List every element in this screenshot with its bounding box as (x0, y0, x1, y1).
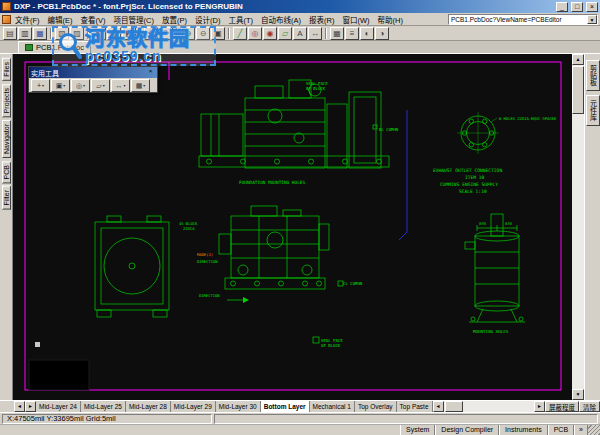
layer-tab-mid25[interactable]: Mid-Layer 25 (81, 401, 126, 412)
vertical-scroll-thumb[interactable] (572, 66, 584, 114)
close-button[interactable]: × (586, 2, 598, 12)
layer-nav-left-icon[interactable]: ◄ (14, 401, 25, 412)
place-line-icon[interactable]: ╱ (233, 27, 247, 40)
pcb-canvas[interactable]: SEAL FACEOF BLOCKDL COMHNFOUNDATION MOUN… (13, 54, 572, 400)
utility-tools-button[interactable]: +▾ (31, 79, 50, 92)
panels-more-button[interactable]: » (574, 425, 588, 435)
menu-edit[interactable]: 编辑(E) (44, 13, 77, 26)
panel-buttons: SystemDesign CompilerInstrumentsPCB (400, 425, 574, 435)
layer-tab-mech1[interactable]: Mechanical 1 (310, 401, 355, 412)
horizontal-scroll-thumb[interactable] (445, 401, 463, 412)
toolbar-separator (228, 28, 230, 39)
status-bar: X:47505mil Y:33695mil Grid:5mil (0, 412, 600, 424)
place-string-icon[interactable]: A (293, 27, 307, 40)
mask-level-button[interactable]: 屏蔽程度 (545, 401, 579, 412)
place-tools-button[interactable]: ▱▾ (91, 79, 110, 92)
scroll-down-icon[interactable]: ▼ (572, 389, 584, 400)
left-tab-filter[interactable]: Filter (2, 186, 11, 210)
align-tools-icon: ▣ (56, 82, 63, 90)
grid-tools-icon: ▦ (136, 82, 143, 90)
cad-svg: SEAL FACEOF BLOCKDL COMHNFOUNDATION MOUN… (13, 54, 572, 400)
window-title: DXP - PCB1.PcbDoc * - font.PrjScr. Licen… (14, 2, 553, 11)
layer-tab-overlay[interactable]: Top Overlay (355, 401, 397, 412)
utilities-title-bar[interactable]: 实用工具 × (29, 67, 157, 78)
minimize-button[interactable]: _ (556, 2, 568, 12)
left-tab-files[interactable]: Files (2, 58, 11, 81)
label-holes-spec: 6 HOLES 22DIA-EQUI-SPACED (499, 116, 557, 121)
layer-tab-mid30[interactable]: Mid-Layer 30 (216, 401, 261, 412)
panel-pcb[interactable]: PCB (548, 425, 574, 435)
horizontal-scrollbar[interactable]: ◄ ► (433, 401, 545, 412)
dropdown-caret-icon: ▾ (42, 83, 44, 88)
dxp-menu-icon[interactable] (2, 15, 11, 24)
save-icon[interactable]: ▦ (33, 27, 47, 40)
menu-help[interactable]: 帮助(H) (374, 13, 407, 26)
scroll-right-icon[interactable]: ► (534, 401, 545, 412)
open-doc-icon[interactable]: ▥ (18, 27, 32, 40)
scroll-up-icon[interactable]: ▲ (572, 54, 584, 65)
find-tools-button[interactable]: ◎▾ (71, 79, 90, 92)
menu-window[interactable]: 窗口(W) (338, 13, 373, 26)
utilities-title: 实用工具 (31, 68, 146, 78)
menu-project[interactable]: 项目管理(C) (110, 13, 158, 26)
panel-system[interactable]: System (400, 425, 435, 435)
layer-tab-mid28[interactable]: Mid-Layer 28 (126, 401, 171, 412)
cad-drawing-genset-side (199, 80, 389, 168)
dimension-tools-button[interactable]: ↔▾ (111, 79, 130, 92)
cad-drawing-radiator-front (95, 216, 169, 317)
maximize-button[interactable]: □ (571, 2, 583, 12)
menu-autoroute[interactable]: 自动布线(A) (257, 13, 305, 26)
label-dim-870-right: 870 (505, 221, 513, 226)
menu-place[interactable]: 放置(P) (158, 13, 191, 26)
label-item-10: ITEM 10 (465, 175, 485, 180)
vertical-scrollbar[interactable]: ▲ ▼ (572, 54, 584, 400)
right-tab-clipboard[interactable]: 剪贴板 (586, 60, 600, 91)
scroll-left-icon[interactable]: ◄ (433, 401, 444, 412)
pcb-doc-icon (25, 44, 33, 51)
grid-icon[interactable]: ▦ (330, 27, 344, 40)
view-selector-combo[interactable]: PCB1.PcbDoc?ViewName=PCBEditor ▼ (448, 14, 598, 25)
layers-icon[interactable]: ≡ (345, 27, 359, 40)
new-doc-icon[interactable]: ▤ (3, 27, 17, 40)
panel-instruments[interactable]: Instruments (499, 425, 548, 435)
layer-tab-bottom[interactable]: Bottom Layer (261, 401, 310, 412)
place-pad-icon[interactable]: ◉ (263, 27, 277, 40)
menu-tools[interactable]: 工具(T) (224, 13, 257, 26)
resize-grip[interactable] (588, 425, 600, 435)
panel-button-bar: SystemDesign CompilerInstrumentsPCB » (0, 424, 600, 435)
layer-nav-right-icon[interactable]: ► (25, 401, 36, 412)
layer-tab-paste[interactable]: Top Paste (397, 401, 433, 412)
layer-tab-mid29[interactable]: Mid-Layer 29 (171, 401, 216, 412)
rules-icon[interactable]: ◐ (360, 27, 374, 40)
dropdown-caret-icon: ▾ (143, 83, 145, 88)
menu-design[interactable]: 设计(D) (191, 13, 224, 26)
left-tab-pcb[interactable]: PCB (2, 161, 11, 183)
find-tools-icon: ◎ (76, 82, 82, 90)
menu-file[interactable]: 文件(F) (11, 13, 44, 26)
label-dl-comhn: DL COMHN (379, 127, 399, 132)
utilities-floating-panel[interactable]: 实用工具 × +▾▣▾◎▾▱▾↔▾▦▾ (28, 66, 158, 93)
layer-tab-mid24[interactable]: Mid-Layer 24 (36, 401, 81, 412)
chevron-down-icon[interactable]: ▼ (587, 15, 597, 24)
clear-button[interactable]: 清除 (579, 401, 600, 412)
watermark-text: 河东软件园 pc0359.cn (85, 29, 190, 63)
panel-design-compiler[interactable]: Design Compiler (435, 425, 499, 435)
left-tab-navigator[interactable]: Navigator (2, 120, 11, 158)
label-direction-1: DIRECTION (197, 259, 218, 264)
menu-view[interactable]: 查看(V) (77, 13, 110, 26)
close-icon[interactable]: × (146, 68, 155, 77)
place-dimension-icon[interactable]: ↔ (308, 27, 322, 40)
left-tab-projects[interactable]: Projects (2, 84, 11, 117)
status-spacer (214, 414, 598, 424)
align-tools-button[interactable]: ▣▾ (51, 79, 70, 92)
place-polygon-icon[interactable]: ▱ (278, 27, 292, 40)
net-line (399, 110, 407, 240)
label-of-block-top: OF BLOCK (306, 86, 326, 91)
canvas-misc-marks (29, 342, 89, 390)
place-via-icon[interactable]: ◎ (248, 27, 262, 40)
app-icon (2, 2, 11, 11)
grid-tools-button[interactable]: ▦▾ (131, 79, 150, 92)
browser-icon[interactable]: ◑ (375, 27, 389, 40)
menu-reports[interactable]: 报表(R) (305, 13, 338, 26)
right-tab-libraries[interactable]: 元件库 (586, 95, 600, 126)
